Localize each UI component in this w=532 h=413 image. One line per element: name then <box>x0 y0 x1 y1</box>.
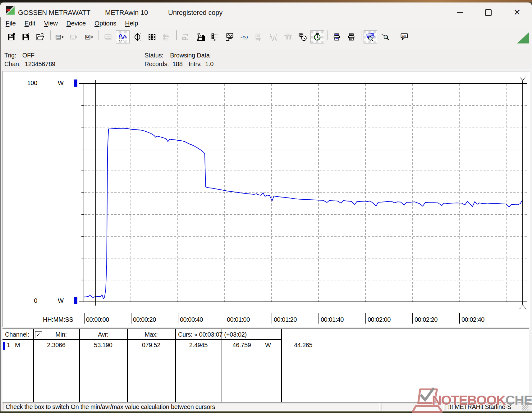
col-header-cursors: Curs: » 00:03:07 (+03:02) <box>178 331 247 338</box>
power-curve <box>84 128 523 298</box>
svg-text:=f(x): =f(x) <box>240 35 248 39</box>
minmax-checkbox[interactable]: ✓ <box>35 331 42 338</box>
waveform-chart-icon <box>118 33 127 41</box>
y-axis-unit-bottom: W <box>58 297 64 304</box>
channel-range-tick-bottom <box>74 297 77 304</box>
x-axis-tick <box>225 313 225 324</box>
resize-grip[interactable] <box>522 405 529 411</box>
save-report-icon <box>7 33 16 41</box>
port-config-icon <box>181 33 190 41</box>
cell-max: 079.52 <box>127 342 175 349</box>
close-button[interactable]: ✕ <box>510 8 524 17</box>
x-axis-tick-label: 00:02:20 <box>415 316 438 323</box>
menu-item-view[interactable]: View <box>40 18 62 28</box>
status-message: Check the box to switch On the min/avr/m… <box>6 403 215 411</box>
toolbar-separator <box>325 30 329 42</box>
save-data-icon <box>21 33 30 41</box>
checkmark-icon: ✓ <box>36 332 40 338</box>
crosshair-icon <box>133 33 142 41</box>
lcd-display-icon: 1257 <box>104 33 112 41</box>
print-report-button[interactable] <box>344 30 358 43</box>
x-axis-tick <box>412 313 413 324</box>
clock-setup-button[interactable]: 12 <box>296 30 310 43</box>
monitor-button[interactable] <box>223 30 236 43</box>
interval-label: Intrv. <box>189 61 202 67</box>
save-report-button[interactable] <box>4 30 18 43</box>
x-axis-tick-label: 00:02:00 <box>368 316 391 323</box>
store-settings-button[interactable] <box>194 30 207 43</box>
x-axis-tick <box>178 313 178 324</box>
status-value: Browsing Data <box>170 52 209 59</box>
menu-item-edit[interactable]: Edit <box>20 18 40 28</box>
window-brand: GOSSEN METRAWATT <box>18 9 90 17</box>
device-settings-button: 321 <box>252 30 266 43</box>
table-divider <box>281 329 282 402</box>
chart-view-button[interactable] <box>116 30 130 43</box>
trig-label: Trig: <box>4 52 16 59</box>
monitor-icon <box>225 33 234 41</box>
menu-item-device[interactable]: Device <box>62 18 90 28</box>
status-info: Status: Browsing Data <box>144 52 210 59</box>
scope-view-button[interactable] <box>131 30 144 43</box>
table-view-button[interactable] <box>145 30 159 43</box>
menu-item-file[interactable]: File <box>1 18 20 28</box>
pulse-output-button <box>281 30 295 43</box>
memory-icon: M <box>85 33 93 41</box>
menu-item-options[interactable]: Options <box>90 18 121 28</box>
toolbar-separator <box>97 30 101 42</box>
toolbar-separator <box>393 30 397 42</box>
open-file-button[interactable] <box>34 30 47 43</box>
table-divider <box>33 329 34 402</box>
svg-text:M: M <box>86 36 89 39</box>
col-header-min: Min: <box>43 331 79 338</box>
records-info: Records: 188 Intrv. 1.0 <box>144 61 213 68</box>
zoom-time-button[interactable] <box>364 30 377 43</box>
x-axis-tick-label: 00:00:40 <box>180 316 203 323</box>
timer-start-button[interactable] <box>310 30 324 43</box>
device-settings-icon: 321 <box>255 33 263 41</box>
y-axis-unit-top: W <box>58 79 64 87</box>
cursor2-top-marker-icon[interactable] <box>520 77 525 84</box>
print-report-icon <box>347 33 355 41</box>
print-screen-button[interactable] <box>330 30 343 43</box>
cell-cursor2-unit: W <box>265 342 271 349</box>
x-axis-tick-label: 00:01:00 <box>227 316 250 323</box>
table-divider <box>127 329 128 402</box>
status-label: Status: <box>144 52 163 59</box>
maximize-button[interactable] <box>481 8 495 17</box>
trigger-info: Trig: OFF <box>4 52 34 59</box>
minimize-button[interactable] <box>453 8 467 17</box>
app-logo-icon <box>6 6 15 15</box>
chart-plot[interactable] <box>3 71 530 327</box>
notes-button[interactable]: 123 <box>397 30 411 43</box>
x-axis-tick-label: 00:00:00 <box>86 316 109 323</box>
open-folder-icon <box>36 33 45 41</box>
maximize-icon <box>485 9 492 16</box>
x-axis-tick <box>84 313 85 324</box>
save-data-button[interactable] <box>19 30 33 43</box>
channel-color-bar <box>3 342 5 350</box>
title-bar[interactable]: GOSSEN METRAWATT METRAwin 10 Unregistere… <box>0 2 531 17</box>
cell-delta: 44.265 <box>294 342 312 349</box>
cell-avr: 53.190 <box>79 342 127 349</box>
x-axis-format-label: HH:MM:SS <box>43 316 73 323</box>
table-grid-icon <box>148 33 156 41</box>
status-bar: Check the box to switch On the min/avr/m… <box>1 403 531 411</box>
menu-item-help[interactable]: Help <box>121 18 142 28</box>
device-name: !!! METRAHit Starline-S <box>448 403 511 411</box>
zoom-curve-icon <box>381 33 389 41</box>
zoom-curve-button[interactable] <box>378 30 392 43</box>
plot-borders <box>79 84 527 302</box>
channel-setup-button[interactable] <box>208 30 222 43</box>
analog-output-button <box>267 30 280 43</box>
timer-green-icon <box>313 33 322 41</box>
minimize-icon <box>457 12 463 13</box>
col-header-avr: Avr: <box>79 331 127 338</box>
read-device-button[interactable]: 321 <box>53 30 66 43</box>
status-message-section: Check the box to switch On the min/avr/m… <box>3 403 380 411</box>
formula-button[interactable]: =f(x) <box>237 30 251 43</box>
read-device-icon: 321 <box>55 33 64 41</box>
x-axis-tick <box>272 313 272 324</box>
measurement-table: Channel: ✓ Min: Avr: Max: Curs: » 00:03:… <box>2 329 529 402</box>
read-memory-button[interactable]: M <box>82 30 96 43</box>
